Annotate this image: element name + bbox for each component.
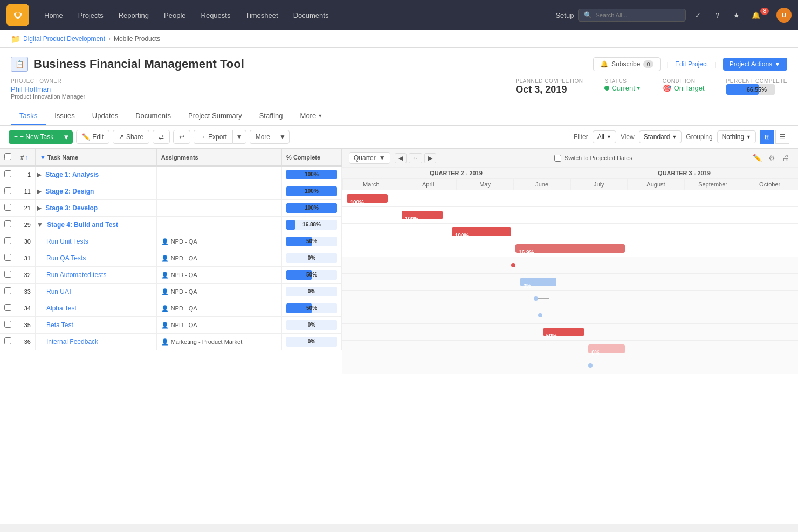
row-progress-cell: 50% xyxy=(282,233,342,250)
quarter-selector[interactable]: Quarter ▼ xyxy=(349,152,390,164)
row-checkbox[interactable] xyxy=(4,287,11,294)
avatar[interactable]: U xyxy=(776,8,792,23)
row-checkbox[interactable] xyxy=(4,254,11,261)
task-name[interactable]: Stage 4: Build and Test xyxy=(47,221,118,229)
more-dropdown[interactable]: ▼ xyxy=(276,130,290,144)
expand-icon[interactable]: ▶ xyxy=(37,204,42,212)
breadcrumb-parent[interactable]: Digital Product Development xyxy=(23,35,105,43)
row-checkbox[interactable] xyxy=(4,187,11,194)
tab-documents[interactable]: Documents xyxy=(127,107,180,125)
sort-icon[interactable]: ↑ xyxy=(25,154,29,161)
table-row: 29 ▼ Stage 4: Build and Test 16.88% xyxy=(0,217,342,233)
breadcrumb-icon: 📁 xyxy=(11,34,20,43)
expand-icon[interactable]: ▶ xyxy=(37,188,42,195)
owner-name[interactable]: Phil Hoffman xyxy=(11,85,85,93)
nav-people[interactable]: People xyxy=(157,8,192,23)
nav-items: Home Projects Reporting People Requests … xyxy=(38,8,555,23)
edit-project-button[interactable]: Edit Project xyxy=(675,60,708,68)
logo[interactable] xyxy=(6,4,29,26)
projected-dates-checkbox[interactable] xyxy=(554,155,561,162)
gantt-print-button[interactable]: 🖨 xyxy=(780,153,792,163)
tab-project-summary[interactable]: Project Summary xyxy=(180,107,251,125)
star-icon[interactable]: ★ xyxy=(729,8,744,23)
gantt-bar[interactable]: 100% xyxy=(402,211,443,219)
expand-icon[interactable]: ▶ xyxy=(37,171,42,178)
expand-icon[interactable]: ▼ xyxy=(37,221,43,229)
nav-reporting[interactable]: Reporting xyxy=(112,8,155,23)
gantt-edit-button[interactable]: ✏️ xyxy=(751,153,764,163)
nav-setup[interactable]: Setup xyxy=(555,11,574,19)
export-button[interactable]: → Export xyxy=(194,130,232,144)
row-checkbox[interactable] xyxy=(4,237,11,244)
task-name[interactable]: Run UAT xyxy=(46,288,72,295)
filter-icon[interactable]: ▼ xyxy=(40,154,46,161)
arrow-right-button[interactable]: ↩ xyxy=(173,130,190,144)
subscribe-button[interactable]: 🔔 Subscribe 0 xyxy=(593,57,661,71)
export-dropdown[interactable]: ▼ xyxy=(232,130,246,144)
task-name[interactable]: Stage 2: Design xyxy=(45,188,94,195)
grouping-select[interactable]: Nothing ▼ xyxy=(717,130,756,143)
content-area: # ↑ ▼ Task Name Assignments % Complete 1… xyxy=(0,149,798,524)
nav-home[interactable]: Home xyxy=(38,8,70,23)
row-checkbox[interactable] xyxy=(4,271,11,278)
gantt-bar[interactable]: 16.9% xyxy=(515,244,625,253)
gantt-next-button[interactable]: ▶ xyxy=(424,153,436,163)
row-checkbox[interactable] xyxy=(4,170,11,177)
check-icon[interactable]: ✓ xyxy=(690,8,705,23)
row-checkbox[interactable] xyxy=(4,337,11,344)
task-name[interactable]: Stage 1: Analysis xyxy=(45,171,99,178)
new-task-group: + + New Task ▼ xyxy=(9,130,73,144)
nav-documents[interactable]: Documents xyxy=(287,8,335,23)
row-checkbox[interactable] xyxy=(4,304,11,311)
task-name[interactable]: Beta Test xyxy=(46,321,73,329)
gantt-settings-button[interactable]: ⚙ xyxy=(766,153,778,163)
help-icon[interactable]: ? xyxy=(710,8,725,23)
gantt-bar[interactable]: 100% xyxy=(347,194,388,203)
share-button[interactable]: ↗ Share xyxy=(113,130,149,144)
task-name[interactable]: Alpha Test xyxy=(46,305,77,312)
row-assignments xyxy=(156,183,281,200)
gantt-bar[interactable]: 0% xyxy=(588,344,625,353)
view-select[interactable]: Standard ▼ xyxy=(639,130,682,143)
status-value[interactable]: Current ▼ xyxy=(604,84,641,92)
gantt-bar[interactable]: 50% xyxy=(543,328,584,336)
completion-group: Planned Completion Oct 3, 2019 xyxy=(515,78,583,100)
table-row: 33 Run UAT 👤NPD - QA 0% xyxy=(0,284,342,300)
row-checkbox[interactable] xyxy=(4,204,11,211)
gantt-prev-button[interactable]: ◀ xyxy=(395,153,407,163)
more-button[interactable]: More xyxy=(250,130,276,144)
task-name[interactable]: Stage 3: Develop xyxy=(45,204,98,212)
grid-view-button[interactable]: ⊞ xyxy=(760,130,774,144)
nav-requests[interactable]: Requests xyxy=(195,8,237,23)
gantt-bar[interactable]: 100% xyxy=(452,227,511,236)
row-checkbox[interactable] xyxy=(4,321,11,328)
select-all-checkbox[interactable] xyxy=(4,153,11,160)
tab-staffing[interactable]: Staffing xyxy=(251,107,292,125)
month-may: May xyxy=(456,179,513,190)
tab-tasks[interactable]: Tasks xyxy=(11,107,46,125)
nav-search[interactable]: 🔍 Search All... xyxy=(578,9,686,22)
list-view-button[interactable]: ☰ xyxy=(775,130,789,144)
task-name[interactable]: Run Unit Tests xyxy=(46,238,88,245)
percent-header: % Complete xyxy=(282,149,342,166)
filter-select[interactable]: All ▼ xyxy=(593,130,616,143)
new-task-dropdown[interactable]: ▼ xyxy=(59,130,73,144)
notifications[interactable]: 🔔 8 xyxy=(748,8,772,23)
gantt-bar[interactable]: 0% xyxy=(520,278,557,286)
gantt-swap-button[interactable]: ↔ xyxy=(409,153,422,163)
new-task-button[interactable]: + + New Task xyxy=(9,130,59,144)
task-name[interactable]: Run QA Tests xyxy=(46,254,86,262)
row-num: 34 xyxy=(16,300,36,317)
nav-timesheet[interactable]: Timesheet xyxy=(239,8,284,23)
arrow-left-button[interactable]: ⇄ xyxy=(153,130,170,144)
task-name[interactable]: Internal Feedback xyxy=(46,338,98,346)
tab-issues[interactable]: Issues xyxy=(46,107,84,125)
tab-more[interactable]: More ▼ xyxy=(292,107,332,125)
task-name[interactable]: Run Automated tests xyxy=(46,271,106,279)
row-checkbox[interactable] xyxy=(4,220,11,227)
tab-updates[interactable]: Updates xyxy=(84,107,127,125)
search-placeholder: Search All... xyxy=(595,12,627,18)
nav-projects[interactable]: Projects xyxy=(72,8,110,23)
edit-button[interactable]: ✏️ Edit xyxy=(76,130,109,144)
project-actions-button[interactable]: Project Actions ▼ xyxy=(723,58,787,71)
